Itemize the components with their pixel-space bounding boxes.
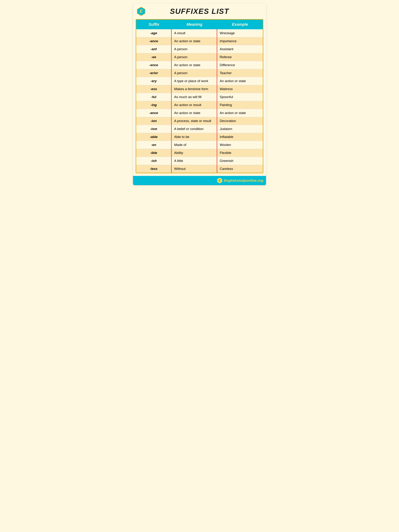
table-header: Suffix Meaning Example [136,20,263,29]
cell-meaning: Made of [172,141,217,149]
page-title: SUFFIXES LIST [170,7,229,16]
table-row: -essMakes a feminine formWaitress [136,85,263,93]
cell-example: Greenish [217,157,263,165]
cell-suffix: -ism [136,125,172,133]
cell-suffix: -ee [136,53,172,61]
col-header-suffix: Suffix [136,20,172,29]
footer-domain: nglishstudyonline.org [226,178,263,183]
cell-example: Difference [217,61,263,69]
footer: E Englishstudyonline.org [133,176,266,185]
cell-example: Decoration [217,117,263,125]
table-row: -ismA belief or conditionJudaism [136,125,263,133]
table-row: -enceAn action or stateDifference [136,61,263,69]
table-row: -ibleAbilityFlexible [136,149,263,157]
logo: E [137,7,146,16]
cell-meaning: An action or state [172,109,217,117]
cell-suffix: -ance [136,37,172,45]
table-row: -ageA resultWreckage [136,29,263,37]
cell-example: Assistant [217,45,263,53]
cell-suffix: -ance [136,109,172,117]
cell-example: Importance [217,37,263,45]
suffixes-table: Suffix Meaning Example -ageA resultWreck… [136,19,263,173]
cell-meaning: A type or place of work [172,77,217,85]
cell-example: Woolen [217,141,263,149]
cell-meaning: A person [172,45,217,53]
footer-logo-icon: E [217,178,222,183]
table-row: -fulAs much as will fillSpoonful [136,93,263,101]
table-row: -anceAn action or stateAn action or stat… [136,109,263,117]
svg-text:E: E [139,8,143,14]
table-row: -lessWithoutCareless [136,165,263,173]
table-row: -eryA type or place of workAn action or … [136,77,263,85]
table-row: -antA personAssistant [136,45,263,53]
cell-example: Referee [217,53,263,61]
cell-meaning: An action or state [172,37,217,45]
cell-meaning: Ability [172,149,217,157]
cell-meaning: As much as will fill [172,93,217,101]
table-row: -ionA process, state or resultDecoration [136,117,263,125]
cell-suffix: -less [136,165,172,173]
cell-example: Judaism [217,125,263,133]
cell-example: Wreckage [217,29,263,37]
cell-meaning: A result [172,29,217,37]
cell-example: Spoonful [217,93,263,101]
cell-suffix: -ible [136,149,172,157]
cell-suffix: -age [136,29,172,37]
cell-suffix: -ery [136,77,172,85]
table-row: -er/orA personTeacher [136,69,263,77]
svg-text:E: E [219,179,221,182]
cell-meaning: A person [172,53,217,61]
cell-suffix: -er/or [136,69,172,77]
cell-example: Careless [217,165,263,173]
cell-meaning: A process, state or result [172,117,217,125]
footer-brand-letter: E [224,178,226,183]
cell-suffix: -ful [136,93,172,101]
cell-meaning: An action or state [172,61,217,69]
page-container: E SUFFIXES LIST Suffix Meaning Example -… [133,4,266,185]
cell-suffix: -able [136,133,172,141]
table-row: -eeA personReferee [136,53,263,61]
table-row: -anceAn action or stateImportance [136,37,263,45]
col-header-example: Example [217,20,263,29]
cell-suffix: -ion [136,117,172,125]
table-row: -enMade ofWoolen [136,141,263,149]
cell-example: Waitress [217,85,263,93]
cell-meaning: Makes a feminine form [172,85,217,93]
cell-suffix: -ant [136,45,172,53]
cell-example: An action or state [217,77,263,85]
cell-example: Inflatable [217,133,263,141]
footer-text: Englishstudyonline.org [224,178,263,183]
table-row: -ingAn action or resultPainting [136,101,263,109]
cell-meaning: An action or result [172,101,217,109]
table-body: -ageA resultWreckage-anceAn action or st… [136,29,263,173]
cell-example: Flexible [217,149,263,157]
table-row: -ishA littleGreenish [136,157,263,165]
cell-suffix: -ess [136,85,172,93]
header: E SUFFIXES LIST [133,4,266,17]
cell-example: An action or state [217,109,263,117]
cell-suffix: -en [136,141,172,149]
cell-meaning: A little [172,157,217,165]
table-row: -ableAble to beInflatable [136,133,263,141]
col-header-meaning: Meaning [172,20,217,29]
cell-suffix: -ence [136,61,172,69]
cell-suffix: -ish [136,157,172,165]
cell-suffix: -ing [136,101,172,109]
cell-meaning: Able to be [172,133,217,141]
cell-meaning: A person [172,69,217,77]
cell-example: Teacher [217,69,263,77]
cell-meaning: Without [172,165,217,173]
cell-meaning: A belief or condition [172,125,217,133]
cell-example: Painting [217,101,263,109]
